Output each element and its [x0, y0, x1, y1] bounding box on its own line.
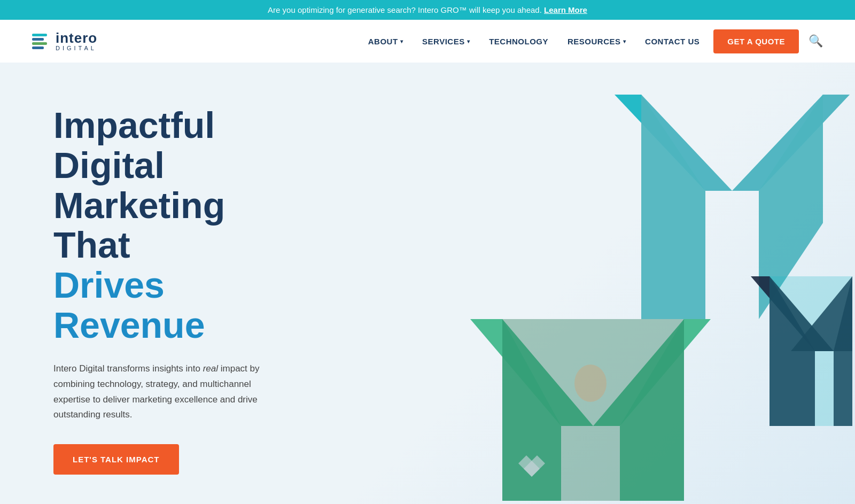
svg-marker-9: [470, 319, 593, 426]
svg-marker-10: [593, 319, 711, 426]
main-nav: ABOUT ▾ SERVICES ▾ TECHNOLOGY RESOURCES …: [359, 29, 823, 53]
chevron-down-icon: ▾: [467, 38, 470, 44]
hero-graphic: [395, 63, 855, 501]
get-quote-button[interactable]: GET A QUOTE: [713, 29, 799, 53]
hero-title: Impactful Digital Marketing That Drives …: [53, 105, 289, 345]
svg-marker-12: [620, 319, 684, 501]
banner-link[interactable]: Learn More: [544, 5, 587, 14]
svg-rect-13: [502, 319, 684, 501]
svg-marker-21: [524, 455, 545, 477]
logo-icon: [32, 34, 47, 49]
nav-resources[interactable]: RESOURCES ▾: [558, 37, 635, 46]
svg-marker-15: [751, 276, 834, 351]
logo-text: intero DIGITAL: [56, 31, 97, 51]
hero-title-line1: Impactful Digital Marketing That: [53, 105, 225, 265]
logo-sub-text: DIGITAL: [56, 45, 97, 51]
top-banner: Are you optimizing for generative search…: [0, 0, 855, 20]
svg-marker-3: [759, 95, 823, 319]
svg-marker-16: [791, 276, 852, 351]
chevron-down-icon: ▾: [623, 38, 626, 44]
banner-text: Are you optimizing for generative search…: [268, 5, 542, 14]
svg-marker-1: [732, 95, 850, 191]
svg-marker-11: [502, 319, 561, 501]
logo-main-text: intero: [56, 31, 97, 45]
svg-marker-7: [759, 95, 823, 319]
nav-about[interactable]: ABOUT ▾: [359, 37, 413, 46]
nav-services[interactable]: SERVICES ▾: [413, 37, 479, 46]
logo[interactable]: intero DIGITAL: [32, 31, 97, 51]
hero-svg: [395, 63, 855, 501]
nav-technology[interactable]: TECHNOLOGY: [479, 37, 558, 46]
hero-content: Impactful Digital Marketing That Drives …: [0, 63, 342, 504]
search-icon[interactable]: 🔍: [809, 34, 823, 48]
svg-marker-0: [615, 95, 732, 191]
header: intero DIGITAL ABOUT ▾ SERVICES ▾ TECHNO…: [0, 20, 855, 63]
svg-marker-6: [641, 95, 705, 319]
hero-title-accent: Drives Revenue: [53, 265, 289, 345]
svg-marker-20: [518, 455, 540, 477]
nav-contact[interactable]: CONTACT US: [635, 37, 709, 46]
svg-marker-2: [641, 95, 705, 319]
svg-marker-4: [615, 95, 732, 191]
hero-section: Impactful Digital Marketing That Drives …: [0, 63, 855, 504]
hero-description: Intero Digital transforms insights into …: [53, 361, 289, 423]
svg-marker-17: [770, 276, 815, 426]
svg-marker-18: [834, 276, 852, 426]
hero-cta-button[interactable]: LET'S TALK IMPACT: [53, 444, 179, 475]
chevron-down-icon: ▾: [400, 38, 403, 44]
svg-marker-5: [732, 95, 850, 191]
svg-point-14: [574, 365, 607, 402]
svg-rect-19: [770, 276, 852, 426]
svg-rect-8: [641, 95, 850, 319]
